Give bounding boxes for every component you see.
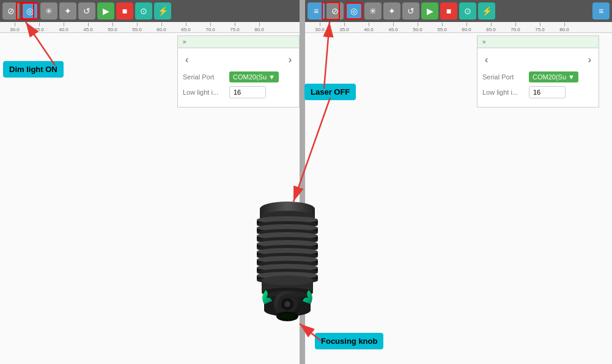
left-power-btn[interactable]: ⊘ [2,2,20,20]
right-ruler: 30.0 35.0 40.0 45.0 50.0 55.0 60.0 65.0 … [305,22,612,33]
right-repeat-btn[interactable]: ↺ [402,2,419,20]
left-panel-header: » [178,36,299,48]
right-panel-next[interactable]: › [588,54,591,65]
left-ruler: 30.0 35.0 40.0 45.0 50.0 55.0 60.0 65.0 … [0,22,300,33]
left-panel-next[interactable]: › [289,54,292,65]
left-panel-arrow: » [183,38,186,45]
left-move-btn[interactable]: ✦ [59,2,76,20]
right-settings-btn[interactable]: ✳ [364,2,382,20]
right-low-light-input[interactable] [529,86,566,98]
svg-point-38 [280,313,295,319]
left-stop-btn[interactable]: ■ [116,2,133,20]
left-play-btn[interactable]: ▶ [97,2,114,20]
right-play-btn[interactable]: ▶ [421,2,438,20]
right-power-btn[interactable]: ⊘ [326,2,344,20]
left-dim-light-btn[interactable]: ◎ [21,2,39,20]
right-menu-btn-left[interactable]: ≡ [308,2,325,20]
right-serial-port-label: Serial Port [482,73,525,81]
left-repeat-btn[interactable]: ↺ [78,2,95,20]
left-low-light-input[interactable] [229,86,266,98]
left-panel-prev[interactable]: ‹ [185,54,188,65]
laser-device [220,183,355,336]
left-serial-port-select[interactable]: COM20(Su ▼ [229,71,279,82]
chevron-down-icon-right: ▼ [568,73,575,81]
right-panel-header: » [477,36,599,48]
dim-light-tooltip: Dim light ON [3,61,64,78]
left-laser-btn[interactable]: ⚡ [154,2,171,20]
left-serial-port-label: Serial Port [183,73,226,81]
right-low-light-label: Low light i... [482,89,525,96]
right-serial-port-select[interactable]: COM20(Su ▼ [529,71,578,82]
right-move-btn[interactable]: ✦ [383,2,400,20]
right-panel: » ‹ › Serial Port COM20(Su ▼ Low light i… [477,35,599,107]
right-stop-btn[interactable]: ■ [440,2,457,20]
left-target-btn[interactable]: ⊙ [135,2,152,20]
device-image [220,183,355,336]
right-panel-arrow: » [482,38,486,45]
left-toolbar: ⊘ ◎ ✳ ✦ ↺ ▶ ■ ⊙ ⚡ [0,0,300,22]
right-toolbar: ≡ ⊘ ◎ ✳ ✦ ↺ ▶ ■ ⊙ ⚡ ≡ [305,0,612,22]
left-low-light-label: Low light i... [183,89,226,96]
left-settings-btn[interactable]: ✳ [40,2,57,20]
svg-point-36 [284,301,290,307]
chevron-down-icon: ▼ [268,73,275,81]
laser-off-tooltip: Laser OFF [304,84,356,100]
right-panel-prev[interactable]: ‹ [485,54,488,65]
right-laser-btn[interactable]: ⚡ [478,2,495,20]
right-target-btn[interactable]: ⊙ [459,2,476,20]
svg-point-28 [262,275,313,285]
left-panel: » ‹ › Serial Port COM20(Su ▼ Low light i… [177,35,300,107]
right-menu-btn-right[interactable]: ≡ [592,2,610,20]
right-dim-light-btn[interactable]: ◎ [345,2,363,20]
